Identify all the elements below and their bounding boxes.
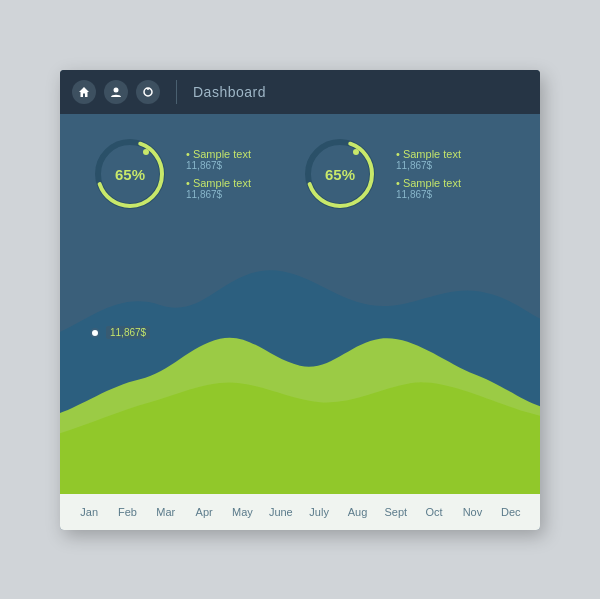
month-june: June bbox=[262, 506, 300, 518]
legend-item-2-1: • Sample text 11,867$ bbox=[396, 148, 461, 171]
donut-chart-2: 65% bbox=[300, 134, 380, 214]
svg-point-8 bbox=[353, 149, 359, 155]
user-button[interactable] bbox=[104, 80, 128, 104]
header-divider bbox=[176, 80, 177, 104]
legend-item-1-2: • Sample text 11,867$ bbox=[186, 177, 251, 200]
panel-2: 65% • Sample text 11,867$ • Sample text … bbox=[300, 134, 510, 214]
month-dec: Dec bbox=[492, 506, 530, 518]
area-chart: 11,867$ bbox=[60, 224, 540, 494]
donut-2-percentage: 65% bbox=[325, 165, 355, 182]
legend-2-1-value: 11,867$ bbox=[396, 160, 461, 171]
month-aug: Aug bbox=[338, 506, 376, 518]
month-apr: Apr bbox=[185, 506, 223, 518]
dashboard-title: Dashboard bbox=[193, 84, 266, 100]
panel-2-legend: • Sample text 11,867$ • Sample text 11,8… bbox=[396, 148, 461, 200]
panel-1-legend: • Sample text 11,867$ • Sample text 11,8… bbox=[186, 148, 251, 200]
legend-item-1-1: • Sample text 11,867$ bbox=[186, 148, 251, 171]
legend-1-1-value: 11,867$ bbox=[186, 160, 251, 171]
panel-1: 65% • Sample text 11,867$ • Sample text … bbox=[90, 134, 300, 214]
legend-1-1-label: • Sample text bbox=[186, 148, 251, 160]
month-nov: Nov bbox=[453, 506, 491, 518]
donut-1-percentage: 65% bbox=[115, 165, 145, 182]
home-button[interactable] bbox=[72, 80, 96, 104]
legend-1-2-label: • Sample text bbox=[186, 177, 251, 189]
svg-point-0 bbox=[114, 87, 119, 92]
header-icons-group bbox=[72, 80, 160, 104]
main-content: 65% • Sample text 11,867$ • Sample text … bbox=[60, 114, 540, 530]
months-row: Jan Feb Mar Apr May June July Aug Sept O… bbox=[60, 494, 540, 530]
month-sept: Sept bbox=[377, 506, 415, 518]
dashboard-card: Dashboard 65% bbox=[60, 70, 540, 530]
month-july: July bbox=[300, 506, 338, 518]
header-bar: Dashboard bbox=[60, 70, 540, 114]
month-oct: Oct bbox=[415, 506, 453, 518]
data-point-marker: 11,867$ bbox=[90, 326, 150, 339]
legend-2-1-label: • Sample text bbox=[396, 148, 461, 160]
data-point-circle bbox=[90, 328, 100, 338]
data-point-value: 11,867$ bbox=[106, 326, 150, 339]
legend-item-2-2: • Sample text 11,867$ bbox=[396, 177, 461, 200]
month-jan: Jan bbox=[70, 506, 108, 518]
legend-1-2-value: 11,867$ bbox=[186, 189, 251, 200]
panels-row: 65% • Sample text 11,867$ • Sample text … bbox=[60, 114, 540, 224]
svg-point-5 bbox=[143, 149, 149, 155]
legend-2-2-value: 11,867$ bbox=[396, 189, 461, 200]
month-feb: Feb bbox=[108, 506, 146, 518]
donut-chart-1: 65% bbox=[90, 134, 170, 214]
power-button[interactable] bbox=[136, 80, 160, 104]
month-mar: Mar bbox=[147, 506, 185, 518]
month-may: May bbox=[223, 506, 261, 518]
legend-2-2-label: • Sample text bbox=[396, 177, 461, 189]
